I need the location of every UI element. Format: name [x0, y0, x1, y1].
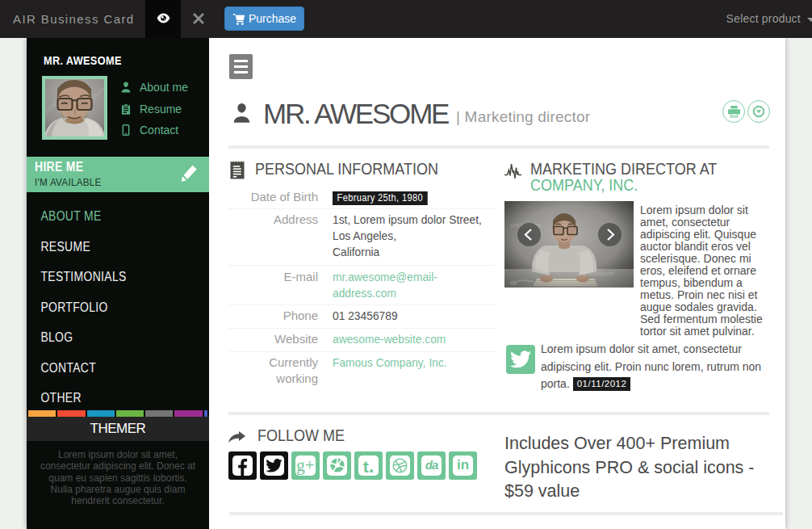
- svg-text:photodune: photodune: [584, 270, 614, 277]
